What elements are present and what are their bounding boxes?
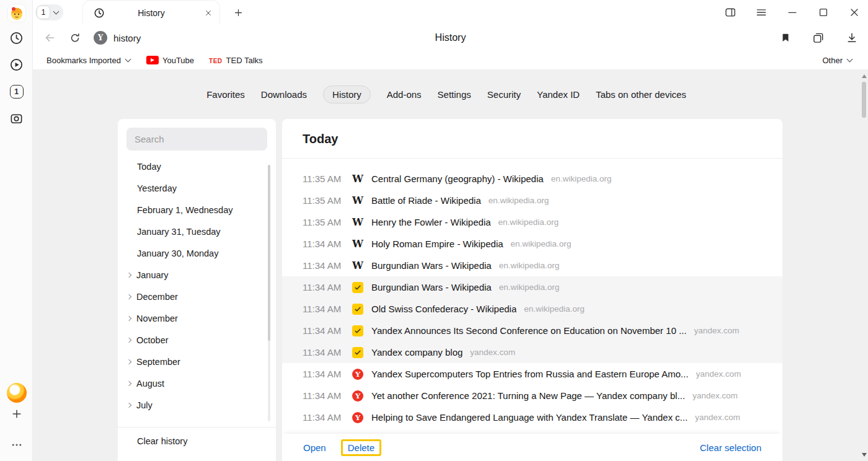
history-row[interactable]: 11:34 AM Holy Roman Empire - Wikipedia e…: [282, 233, 782, 255]
more-dots-icon: [11, 439, 23, 451]
rail-more-button[interactable]: [0, 439, 33, 451]
chevron-right-icon: [126, 380, 131, 385]
month-filter-item[interactable]: November: [118, 307, 276, 329]
nav-tab[interactable]: Downloads: [261, 86, 307, 103]
history-row[interactable]: 11:34 AM Yandex Announces Its Second Con…: [282, 320, 782, 341]
history-row[interactable]: 11:35 AM Battle of Riade - Wikipedia en.…: [282, 190, 782, 211]
close-icon[interactable]: [848, 6, 861, 19]
delete-button[interactable]: Delete: [348, 442, 374, 453]
month-filter-item[interactable]: December: [118, 286, 276, 307]
clear-history-button[interactable]: Clear history: [118, 427, 276, 454]
date-filter-label: February 1, Wednesday: [137, 205, 232, 215]
tab-group-button[interactable]: 1: [35, 4, 63, 20]
visit-time: 11:34 AM: [303, 347, 352, 358]
date-filter-item[interactable]: February 1, Wednesday: [118, 199, 276, 221]
history-entry-title[interactable]: Yandex company blog: [371, 347, 463, 358]
scroll-up-icon[interactable]: [862, 74, 867, 78]
selected-checkbox[interactable]: [352, 282, 363, 293]
date-filter-item[interactable]: Today: [118, 156, 276, 177]
search-input[interactable]: [126, 128, 267, 151]
tab-history[interactable]: History: [82, 0, 220, 25]
new-tab-button[interactable]: [231, 6, 245, 19]
visit-time: 11:35 AM: [303, 173, 352, 184]
clear-selection-button[interactable]: Clear selection: [700, 442, 761, 453]
clock-icon: [94, 7, 105, 19]
month-filter-item[interactable]: August: [118, 372, 276, 394]
nav-tab[interactable]: Yandex ID: [537, 86, 580, 103]
month-list: January December November Octobe: [118, 264, 276, 416]
screenshot-rail-button[interactable]: [0, 112, 33, 126]
sidebar-toggle-icon[interactable]: [724, 6, 737, 19]
history-entry-title[interactable]: Yandex Announces Its Second Conference o…: [371, 325, 686, 336]
history-entry-title[interactable]: Burgundian Wars - Wikipedia: [371, 260, 492, 271]
history-entry-domain: en.wikipedia.org: [524, 304, 585, 314]
month-filter-item[interactable]: October: [118, 329, 276, 351]
history-row[interactable]: 11:34 AM Burgundian Wars - Wikipedia en.…: [282, 255, 782, 276]
history-row[interactable]: 11:34 AM Burgundian Wars - Wikipedia en.…: [282, 276, 782, 298]
visit-time: 11:35 AM: [303, 195, 352, 206]
history-entry-title[interactable]: Yandex Supercomputers Top Entries from R…: [371, 369, 688, 379]
month-filter-label: November: [136, 314, 178, 323]
history-entry-title[interactable]: Holy Roman Empire - Wikipedia: [371, 239, 503, 249]
month-filter-item[interactable]: January: [118, 264, 276, 286]
yandex-browser-logo[interactable]: [0, 383, 33, 403]
history-entry-title[interactable]: Henry the Fowler - Wikipedia: [371, 217, 491, 227]
downloads-icon[interactable]: [846, 32, 858, 44]
month-filter-label: August: [136, 379, 164, 389]
rail-add-button[interactable]: [0, 408, 33, 420]
address-bar[interactable]: Y history: [94, 31, 141, 45]
scroll-down-icon[interactable]: [862, 453, 867, 457]
open-button[interactable]: Open: [303, 442, 326, 453]
history-row[interactable]: 11:35 AM Henry the Fowler - Wikipedia en…: [282, 211, 782, 233]
browser-pages-nav: Favorites Downloads History Add-ons Sett…: [33, 86, 860, 103]
nav-tab[interactable]: History: [323, 86, 371, 103]
maximize-icon[interactable]: [817, 6, 830, 19]
menu-icon[interactable]: [755, 6, 768, 19]
sidebar-scrollbar-thumb[interactable]: [268, 165, 270, 341]
nav-tab[interactable]: Add-ons: [387, 86, 422, 103]
selected-checkbox[interactable]: [352, 325, 363, 336]
date-filter-item[interactable]: January 31, Tuesday: [118, 221, 276, 242]
history-entry-title[interactable]: Central Germany (geography) - Wikipedia: [371, 173, 544, 184]
history-entry-title[interactable]: Helping to Save Endangered Language with…: [371, 412, 688, 423]
bookmark-icon[interactable]: [780, 32, 791, 43]
history-row[interactable]: 11:34 AM Yet another Conference 2021: Tu…: [282, 385, 782, 406]
date-filter-item[interactable]: January 30, Monday: [118, 242, 276, 264]
history-row[interactable]: 11:34 AM Yandex Supercomputers Top Entri…: [282, 363, 782, 385]
nav-tab[interactable]: Settings: [438, 86, 471, 103]
yandex-logo-icon: [7, 383, 27, 403]
nav-tab[interactable]: Security: [487, 86, 521, 103]
chevron-down-icon: [125, 56, 131, 63]
history-entry-title[interactable]: Yet another Conference 2021: Turning a N…: [371, 390, 685, 401]
selected-checkbox[interactable]: [352, 347, 363, 358]
date-filter-item[interactable]: Yesterday: [118, 177, 276, 199]
selected-checkbox[interactable]: [352, 304, 363, 315]
bookmark-item[interactable]: TED Talks: [209, 56, 263, 65]
tabs-rail-button[interactable]: 1: [0, 85, 33, 99]
wikipedia-favicon: [352, 195, 363, 206]
month-filter-item[interactable]: July: [118, 394, 276, 416]
history-entry-domain: en.wikipedia.org: [498, 217, 559, 227]
history-row[interactable]: 11:34 AM Helping to Save Endangered Lang…: [282, 406, 782, 428]
bookmarks-folder[interactable]: Bookmarks Imported: [46, 56, 130, 65]
history-entry-title[interactable]: Battle of Riade - Wikipedia: [371, 195, 481, 206]
video-rail-button[interactable]: [0, 58, 33, 72]
history-row[interactable]: 11:34 AM Old Swiss Confederacy - Wikiped…: [282, 298, 782, 320]
scrollbar-thumb[interactable]: [862, 82, 866, 118]
minimize-icon[interactable]: [786, 6, 799, 19]
month-filter-item[interactable]: September: [118, 351, 276, 372]
bookmarks-other[interactable]: Other: [822, 56, 868, 65]
tab-close-icon[interactable]: [205, 9, 212, 17]
profile-avatar[interactable]: [0, 4, 33, 22]
bookmark-item[interactable]: YouTube: [146, 56, 194, 65]
window-scrollbar[interactable]: [860, 69, 868, 461]
history-entry-title[interactable]: Burgundian Wars - Wikipedia: [371, 282, 492, 292]
history-rail-button[interactable]: [0, 31, 33, 45]
history-entry-title[interactable]: Old Swiss Confederacy - Wikipedia: [371, 304, 516, 314]
history-row[interactable]: 11:35 AM Central Germany (geography) - W…: [282, 168, 782, 190]
history-row[interactable]: 11:34 AM Yandex company blog yandex.com: [282, 341, 782, 363]
nav-tab[interactable]: Tabs on other devices: [596, 86, 686, 103]
wikipedia-favicon: [352, 239, 363, 250]
nav-tab[interactable]: Favorites: [206, 86, 245, 103]
collections-icon[interactable]: [812, 32, 825, 44]
